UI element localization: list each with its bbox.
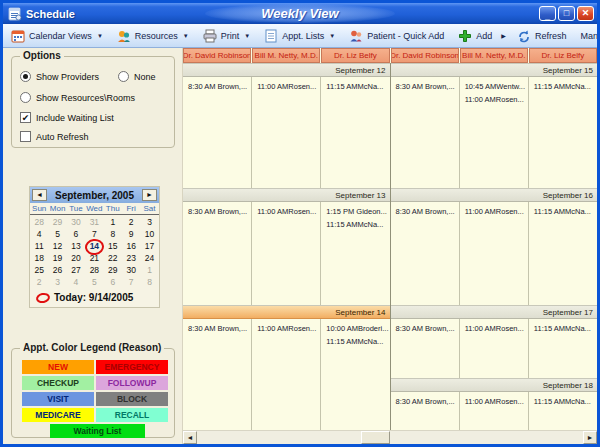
day-provider-cell[interactable]: 11:00 AMRosen...: [252, 202, 321, 305]
day-provider-cell[interactable]: 8:30 AM Brown,...: [391, 392, 460, 430]
date-band[interactable]: September 13: [183, 188, 390, 202]
appointment-entry[interactable]: 11:00 AMRosen...: [465, 205, 526, 218]
day-provider-cell[interactable]: 11:00 AMRosen...: [460, 202, 529, 305]
show-providers-radio[interactable]: Show Providers: [20, 71, 99, 82]
calendar-day[interactable]: 6: [67, 228, 85, 240]
none-radio[interactable]: None: [118, 71, 156, 82]
day-provider-cell[interactable]: 8:30 AM Brown,...: [391, 319, 460, 378]
print-button[interactable]: Print▼: [197, 27, 256, 45]
provider-column-header[interactable]: Bill M. Netty, M.D.: [460, 48, 528, 63]
calendar-day[interactable]: 26: [48, 264, 66, 276]
calendar-day[interactable]: 30: [122, 264, 140, 276]
provider-column-header[interactable]: Bill M. Netty, M.D.: [252, 48, 320, 63]
date-band[interactable]: September 12: [183, 63, 390, 77]
calendar-day[interactable]: 29: [48, 216, 66, 228]
day-provider-cell[interactable]: 11:15 AMMcNa...: [321, 77, 389, 188]
horizontal-scrollbar[interactable]: ◄ ►: [183, 430, 597, 444]
calendar-day[interactable]: 28: [85, 264, 103, 276]
appt-lists-button[interactable]: Appt. Lists▼: [258, 27, 341, 45]
provider-column-header[interactable]: Dr. David Robinson: [183, 48, 251, 63]
appointment-entry[interactable]: 8:30 AM Brown,...: [396, 205, 457, 218]
calendar-day[interactable]: 1: [104, 216, 122, 228]
calendar-day[interactable]: 23: [122, 252, 140, 264]
day-provider-cell[interactable]: 11:00 AMRosen...: [460, 319, 529, 378]
appointment-entry[interactable]: 8:30 AM Brown,...: [188, 80, 249, 93]
radio-icon[interactable]: [118, 71, 129, 82]
calendar-day[interactable]: 8: [140, 276, 158, 288]
manage-repeats-button[interactable]: Manage Repeats: [574, 29, 600, 43]
day-provider-cell[interactable]: 11:00 AMRosen...: [460, 392, 529, 430]
appointment-entry[interactable]: 8:30 AM Brown,...: [188, 322, 249, 335]
calendar-day[interactable]: 3: [140, 216, 158, 228]
appointment-entry[interactable]: 11:15 AMMcNa...: [534, 395, 595, 408]
day-provider-cell[interactable]: 11:15 AMMcNa...: [529, 77, 597, 188]
day-provider-cell[interactable]: 1:15 PM Gideon...11:15 AMMcNa...: [321, 202, 389, 305]
scroll-left-button[interactable]: ◄: [183, 431, 197, 444]
scroll-right-button[interactable]: ►: [583, 431, 597, 444]
calendar-day[interactable]: 17: [140, 240, 158, 252]
calendar-day[interactable]: 15: [104, 240, 122, 252]
appointment-entry[interactable]: 11:00 AMRosen...: [257, 80, 318, 93]
calendar-day[interactable]: 6: [104, 276, 122, 288]
day-provider-cell[interactable]: 10:45 AMWentw...11:00 AMRosen...: [460, 77, 529, 188]
day-provider-cell[interactable]: 11:15 AMMcNa...: [529, 319, 597, 378]
maximize-button[interactable]: □: [558, 6, 575, 21]
appointment-entry[interactable]: 8:30 AM Brown,...: [396, 322, 457, 335]
calendar-day[interactable]: 28: [30, 216, 48, 228]
calendar-day[interactable]: 4: [30, 228, 48, 240]
calendar-day[interactable]: 30: [67, 216, 85, 228]
calendar-day[interactable]: 16: [122, 240, 140, 252]
date-band[interactable]: September 15: [391, 63, 598, 77]
day-provider-cell[interactable]: 11:00 AMRosen...: [252, 319, 321, 430]
provider-column-header[interactable]: Dr. David Robinson: [391, 48, 459, 63]
day-provider-cell[interactable]: 11:15 AMMcNa...: [529, 202, 597, 305]
appointment-entry[interactable]: 11:15 AMMcNa...: [326, 80, 387, 93]
calendar-day[interactable]: 25: [30, 264, 48, 276]
calendar-day[interactable]: 29: [104, 264, 122, 276]
calendar-day-today[interactable]: 14: [85, 240, 103, 252]
appointment-entry[interactable]: 11:00 AMRosen...: [465, 322, 526, 335]
calendar-day[interactable]: 31: [85, 216, 103, 228]
day-provider-cell[interactable]: 11:00 AMRosen...: [252, 77, 321, 188]
appointment-entry[interactable]: 8:30 AM Brown,...: [396, 395, 457, 408]
appointment-entry[interactable]: 11:15 AMMcNa...: [534, 80, 595, 93]
auto-refresh-checkbox[interactable]: Auto Refresh: [20, 131, 89, 142]
calendar-day[interactable]: 1: [140, 264, 158, 276]
provider-column-header[interactable]: Dr. Liz Belfy: [529, 48, 597, 63]
appointment-entry[interactable]: 11:15 AMMcNa...: [534, 322, 595, 335]
appointment-entry[interactable]: 11:00 AMRosen...: [465, 395, 526, 408]
day-provider-cell[interactable]: 8:30 AM Brown,...: [391, 202, 460, 305]
calendar-day[interactable]: 13: [67, 240, 85, 252]
day-provider-cell[interactable]: 10:00 AMBroderi...11:15 AMMcNa...: [321, 319, 389, 430]
calendar-views-button[interactable]: Calendar Views▼: [5, 27, 109, 45]
date-band[interactable]: September 17: [391, 305, 598, 319]
day-provider-cell[interactable]: 8:30 AM Brown,...: [183, 202, 252, 305]
calendar-day[interactable]: 2: [30, 276, 48, 288]
appointment-entry[interactable]: 11:00 AMRosen...: [257, 205, 318, 218]
calendar-day[interactable]: 5: [85, 276, 103, 288]
appointment-entry[interactable]: 8:30 AM Brown,...: [396, 80, 457, 93]
appointment-entry[interactable]: 10:45 AMWentw...: [465, 80, 526, 93]
appointment-entry[interactable]: 8:30 AM Brown,...: [188, 205, 249, 218]
calendar-day[interactable]: 5: [48, 228, 66, 240]
today-row[interactable]: Today: 9/14/2005: [30, 289, 159, 307]
checkbox-checked-icon[interactable]: ✔: [20, 112, 31, 123]
appointment-entry[interactable]: 11:00 AMRosen...: [465, 93, 526, 106]
calendar-day[interactable]: 4: [67, 276, 85, 288]
next-month-button[interactable]: ►: [142, 189, 157, 201]
show-resources-radio[interactable]: Show Resources\Rooms: [20, 92, 135, 103]
appointment-entry[interactable]: 1:15 PM Gideon...: [326, 205, 387, 218]
date-band[interactable]: September 14: [183, 305, 390, 319]
calendar-day[interactable]: 10: [140, 228, 158, 240]
calendar-day[interactable]: 21: [85, 252, 103, 264]
calendar-day[interactable]: 9: [122, 228, 140, 240]
calendar-day[interactable]: 11: [30, 240, 48, 252]
calendar-day[interactable]: 27: [67, 264, 85, 276]
minimize-button[interactable]: _: [539, 6, 556, 21]
day-provider-cell[interactable]: 11:15 AMMcNa...: [529, 392, 597, 430]
date-band[interactable]: September 18: [391, 378, 598, 392]
radio-icon[interactable]: [20, 92, 31, 103]
calendar-day[interactable]: 22: [104, 252, 122, 264]
day-provider-cell[interactable]: 8:30 AM Brown,...: [183, 77, 252, 188]
appointment-entry[interactable]: 10:00 AMBroderi...: [326, 322, 387, 335]
